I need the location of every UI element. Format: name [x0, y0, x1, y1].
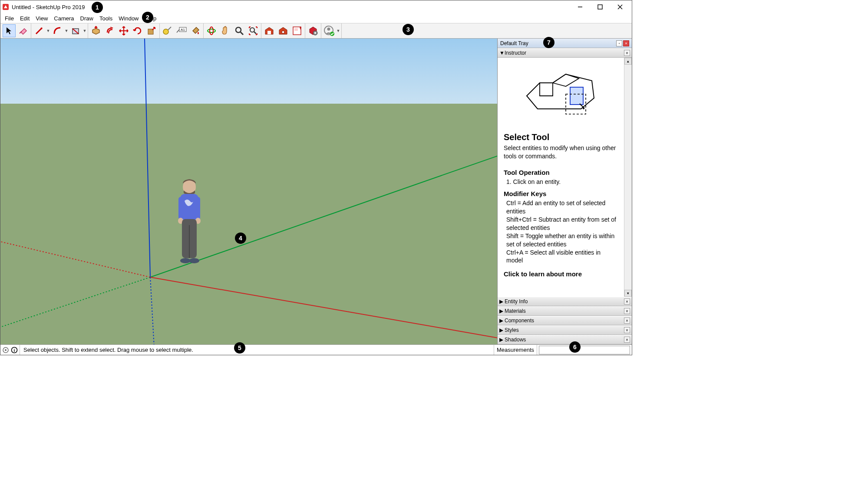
menu-file[interactable]: File [2, 14, 17, 23]
svg-point-11 [210, 27, 213, 35]
panel-title: Styles [505, 327, 519, 333]
scale-figure [174, 177, 205, 282]
zoom-tool-button[interactable] [233, 24, 246, 37]
select-tool-icon [5, 26, 13, 35]
panel-close-button[interactable]: × [624, 337, 630, 343]
rectangle-tool-icon [71, 26, 80, 36]
paintbucket-tool-icon [190, 26, 201, 36]
tape-measure-tool-button[interactable] [161, 24, 174, 37]
panel-header-materials[interactable]: ▶Materials× [498, 306, 632, 316]
measurements-label: Measurements [494, 345, 537, 355]
titlebar: Untitled - SketchUp Pro 2019 [0, 0, 632, 13]
menu-edit[interactable]: Edit [17, 14, 32, 23]
viewport-3d[interactable] [0, 39, 497, 344]
panel-close-button[interactable]: × [624, 50, 630, 56]
pan-tool-icon [220, 26, 231, 36]
orbit-tool-button[interactable] [205, 24, 218, 37]
pan-tool-button[interactable] [219, 24, 232, 37]
text-tool-button[interactable]: A1 [175, 24, 188, 37]
panel-header-instructor[interactable]: ▼ Instructor × [498, 48, 632, 58]
instructor-illustration [504, 66, 619, 122]
rotate-tool-button[interactable] [131, 24, 144, 37]
dropdown-arrow-icon[interactable]: ▼ [83, 29, 87, 33]
line-tool-icon [34, 26, 44, 36]
credits-icon[interactable]: i [11, 347, 18, 354]
instructor-learn-more[interactable]: Click to learn about more [504, 270, 619, 278]
menu-tools[interactable]: Tools [97, 14, 115, 23]
menubar: File Edit View Camera Draw Tools Window … [0, 13, 632, 23]
warehouse3d-button[interactable] [263, 24, 276, 37]
panel-title: Materials [505, 308, 526, 314]
modifier-key-line: Shift = Toggle whether an entity is with… [506, 232, 619, 249]
panel-header-entity-info[interactable]: ▶Entity Info× [498, 297, 632, 306]
menu-window[interactable]: Window [116, 14, 141, 23]
panel-header-components[interactable]: ▶Components× [498, 316, 632, 325]
instructor-modifier-heading: Modifier Keys [504, 190, 619, 198]
geolocation-icon[interactable] [2, 347, 9, 354]
svg-point-19 [314, 32, 316, 34]
scroll-up-button[interactable]: ▴ [624, 58, 632, 65]
select-tool-button[interactable] [3, 24, 16, 37]
svg-point-13 [250, 28, 254, 32]
pushpull-tool-button[interactable] [89, 24, 102, 37]
expand-icon: ▶ [499, 337, 505, 343]
expand-icon: ▶ [499, 318, 505, 324]
menu-view[interactable]: View [33, 14, 50, 23]
offset-tool-button[interactable] [103, 24, 116, 37]
scrollbar[interactable]: ▴ ▾ [624, 58, 632, 297]
tray-title: Default Tray [500, 40, 528, 46]
close-button[interactable] [610, 0, 630, 13]
scroll-down-button[interactable]: ▾ [624, 290, 632, 297]
arc-tool-button[interactable] [51, 24, 64, 37]
rotate-tool-icon [132, 26, 143, 36]
svg-line-26 [0, 277, 150, 327]
svg-rect-14 [267, 31, 271, 34]
svg-point-38 [189, 258, 199, 263]
expand-icon: ▶ [499, 308, 505, 314]
modifier-key-line: Ctrl+A = Select all visible entities in … [506, 249, 619, 265]
app-window: Untitled - SketchUp Pro 2019 File Edit V… [0, 0, 632, 355]
zoom-extents-tool-button[interactable] [247, 24, 260, 37]
zoom-extents-tool-icon [248, 26, 258, 36]
panel-header-styles[interactable]: ▶Styles× [498, 325, 632, 335]
instructor-tool-name: Select Tool [504, 131, 619, 143]
menu-camera[interactable]: Camera [51, 14, 76, 23]
maximize-button[interactable] [590, 0, 610, 13]
line-tool-button[interactable] [33, 24, 46, 37]
paintbucket-tool-button[interactable] [189, 24, 202, 37]
minimize-button[interactable] [570, 0, 590, 13]
status-hint: Select objects. Shift to extend select. … [20, 345, 494, 355]
dropdown-arrow-icon[interactable]: ▼ [64, 29, 69, 33]
eraser-tool-button[interactable] [17, 24, 30, 37]
rectangle-tool-button[interactable] [69, 24, 82, 37]
signin-button[interactable] [323, 24, 336, 37]
svg-line-27 [0, 242, 150, 277]
scale-tool-button[interactable] [145, 24, 158, 37]
panel-close-button[interactable]: × [624, 298, 630, 305]
svg-rect-32 [196, 197, 200, 219]
panel-title: Components [505, 318, 534, 324]
panel-header-shadows[interactable]: ▶Shadows× [498, 335, 632, 344]
panel-close-button[interactable]: × [624, 308, 630, 314]
menu-help[interactable]: Help [142, 14, 159, 23]
svg-point-21 [327, 28, 330, 31]
scale-tool-icon [146, 26, 157, 36]
panel-close-button[interactable]: × [624, 327, 630, 333]
measurements-input[interactable] [539, 346, 630, 354]
move-tool-icon [119, 26, 129, 36]
instructor-operation-heading: Tool Operation [504, 168, 619, 177]
extension-manager-button[interactable] [307, 24, 320, 37]
menu-draw[interactable]: Draw [78, 14, 96, 23]
move-tool-button[interactable] [117, 24, 130, 37]
panel-close-button[interactable]: × [624, 318, 630, 324]
layout-button[interactable] [290, 24, 304, 37]
tray-autohide-button[interactable]: ▫ [616, 40, 622, 46]
extension-warehouse-button[interactable] [277, 24, 290, 37]
status-icons: i [0, 345, 20, 355]
instructor-panel: Select Tool Select entities to modify wh… [498, 58, 632, 297]
tray-header[interactable]: Default Tray ▫ × [498, 39, 632, 48]
dropdown-arrow-icon[interactable]: ▼ [336, 29, 340, 33]
dropdown-arrow-icon[interactable]: ▼ [46, 29, 50, 33]
app-icon [2, 3, 9, 10]
tray-close-button[interactable]: × [623, 40, 629, 46]
